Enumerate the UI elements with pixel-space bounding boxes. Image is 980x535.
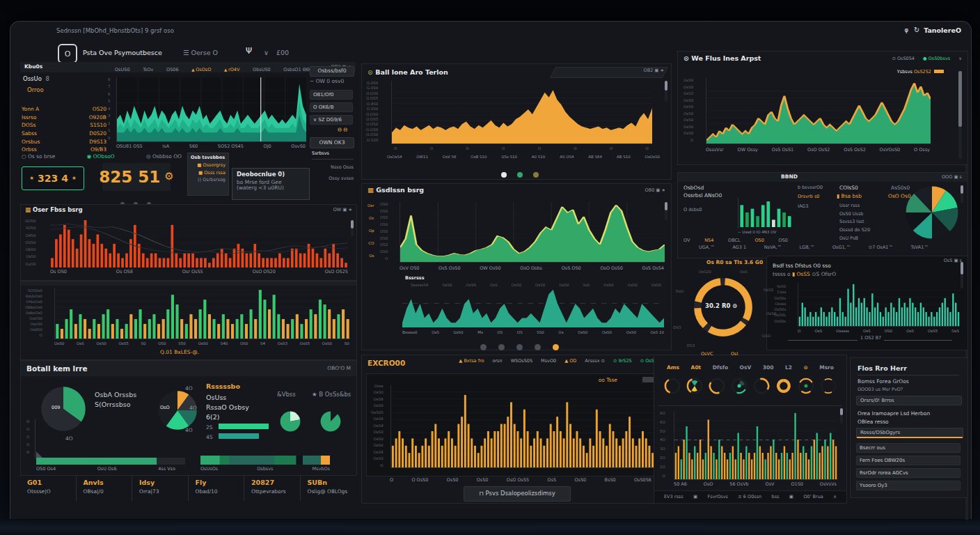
menu-item[interactable]: ⊙ 9rS2S	[613, 358, 632, 364]
menu-button[interactable]: ☰ Oerse O	[183, 49, 218, 57]
overview-tab[interactable]: rO4V	[224, 68, 239, 72]
list-box1[interactable]: Orsrs/0! Brros	[856, 396, 962, 405]
radio-option[interactable]: ○ Os so brse	[22, 154, 55, 160]
gauge[interactable]	[774, 376, 793, 396]
gauge-label[interactable]: ⊙	[803, 365, 807, 371]
detail-pieA[interactable]	[280, 411, 301, 432]
legend-entry[interactable]: ⊙ OsS0S4	[892, 56, 915, 61]
footer-item[interactable]: ▣	[789, 495, 793, 499]
green-area-chart[interactable]	[400, 202, 665, 263]
gear-icon[interactable]: ⚙	[164, 171, 173, 183]
footer-item[interactable]: ∧	[833, 495, 837, 499]
teal-badge[interactable]: OsS ▣ s	[944, 258, 962, 263]
teal-bar-chart[interactable]	[798, 283, 960, 327]
mid1-pagination[interactable]	[501, 167, 539, 180]
pin-icon[interactable]: φ	[904, 27, 908, 34]
gauge-bar-chart[interactable]	[674, 411, 837, 480]
gauge-label[interactable]: L2	[785, 365, 792, 371]
gauge-label[interactable]: 300	[763, 365, 774, 371]
bottom-stat-cell[interactable]: SUBnOslig@ O8LOgs	[300, 476, 356, 501]
list-item[interactable]: Bsecrr ous	[856, 443, 961, 453]
gauge-label[interactable]: OsV	[740, 365, 752, 371]
side-item[interactable]: Ossy svsso	[312, 176, 354, 181]
mid-panel2-badge[interactable]: OB0 ▣ ∗	[645, 188, 665, 193]
dropdown-item[interactable]: ■ Ossergrsy	[191, 163, 226, 168]
refresh-icon[interactable]: ↻	[914, 26, 919, 34]
menu-item[interactable]: Arsssx ⊙	[585, 358, 605, 364]
bbnd-mini-bars[interactable]	[739, 201, 792, 227]
menu-item[interactable]: orsn	[492, 358, 502, 364]
label[interactable]: OsG1,™	[832, 245, 851, 250]
footer-item[interactable]: EV3 rsss	[664, 495, 683, 499]
overview-tab[interactable]: OsOsO	[191, 68, 211, 72]
menu-item[interactable]: ▲ OD	[564, 358, 576, 364]
bottom-stat-cell[interactable]: IdsyOrra|73	[132, 476, 188, 501]
mid-panel1-badge[interactable]: OB2 ▣ ∗	[644, 68, 664, 73]
footer-item[interactable]: ▣	[693, 495, 697, 499]
radio-option[interactable]: ◎ Osbbso OO	[146, 154, 182, 160]
label[interactable]: LGB,™	[800, 245, 815, 250]
gauge-label[interactable]: A0t	[691, 365, 702, 371]
app-logo[interactable]: O	[58, 44, 77, 63]
footer-item[interactable]: bss	[772, 495, 780, 499]
label[interactable]: ⊙7 OsA1™	[869, 245, 893, 250]
legend-item[interactable]: Yonn AOS20	[22, 107, 106, 113]
dropdown-panel[interactable]: Osb tsvsbbos ■ Ossergrsy■ Osss rssa() Os…	[187, 153, 229, 196]
gauge[interactable]	[729, 376, 749, 396]
label[interactable]: NsVA,™	[764, 245, 782, 250]
gauge[interactable]	[796, 376, 816, 396]
gauge-label[interactable]: Msro	[819, 365, 834, 371]
overview-tab[interactable]: OS06	[166, 68, 179, 72]
orange-area-chart[interactable]	[391, 81, 652, 144]
side-item[interactable]: Nsso Osss	[312, 165, 354, 170]
footer-item[interactable]: FsvrOsvs	[708, 495, 728, 499]
overview-top-button[interactable]: Osbss/bsf0	[310, 66, 354, 77]
gauge[interactable]	[707, 376, 727, 396]
overview-button[interactable]: ∨ SZ DG9/6	[310, 115, 353, 125]
dropdown-item[interactable]: () Osrbsrsog	[191, 178, 226, 183]
stack-bar-chart[interactable]	[54, 288, 350, 339]
detail-pie1[interactable]	[40, 386, 86, 432]
overview-tab[interactable]: TsOv	[143, 68, 153, 72]
breadcrumb[interactable]: Psta Ove Psymoutbesce	[83, 49, 162, 57]
label[interactable]: TsVA1™	[911, 245, 928, 250]
bottom-stat-cell[interactable]: G01Otssse|O	[20, 476, 76, 501]
list-item[interactable]: Ysooro Oy3	[856, 481, 961, 490]
radio-option[interactable]: ◉ OObsoO	[87, 154, 115, 160]
dropdown-item[interactable]: ■ Osss rssa	[191, 171, 226, 176]
legend-item[interactable]: IssrsoO920B	[22, 115, 106, 121]
overview-tab[interactable]: ObsUS0	[253, 68, 271, 72]
bottom-stat-cell[interactable]: AnvlsOBsa|/0	[76, 476, 132, 501]
yellow-bar-chart[interactable]	[390, 385, 654, 468]
detail-pieB[interactable]	[320, 411, 341, 432]
footer-item[interactable]: ≡ 6 O0ssn	[738, 495, 761, 499]
gauge[interactable]	[685, 376, 704, 396]
teal-sub-area-chart[interactable]	[402, 288, 664, 327]
gauge[interactable]	[752, 376, 771, 396]
legend-item[interactable]: OrbssO9/B3	[22, 147, 106, 153]
bottom-stat-cell[interactable]: FlyObad/10	[188, 476, 244, 501]
label[interactable]: UGA,™	[699, 245, 715, 250]
overview-dots[interactable]: Θ Θ	[338, 127, 347, 134]
bbnd-pie[interactable]	[905, 185, 959, 240]
legend-item[interactable]: OrsbusD9S13	[22, 139, 106, 146]
overview-tab[interactable]: OsbsO1 ΘΘ	[283, 68, 310, 72]
gauge[interactable]	[819, 376, 838, 396]
red-panel-badge[interactable]: OW ▣ ∗	[333, 208, 352, 212]
bottom-stat-cell[interactable]: 20827Ottpevrabors	[244, 476, 300, 501]
red-bar-chart[interactable]	[50, 219, 348, 268]
gauge-label[interactable]: Dfsfo	[713, 365, 728, 371]
green-orange-area-chart[interactable]	[706, 78, 931, 144]
gauge[interactable]	[663, 376, 682, 396]
overview-area-chart[interactable]	[116, 77, 306, 142]
overview-button[interactable]: OB1/Of0	[310, 90, 353, 100]
big-stat[interactable]: 825 51 ⚙	[102, 163, 171, 191]
excro-button[interactable]: ⊓ Psvs Dsalopeolizsdimsy	[464, 486, 571, 502]
list-input[interactable]: Rosss/OSbOgyrs	[856, 428, 963, 438]
label[interactable]: AG3 1	[732, 245, 746, 250]
menu-item[interactable]: WSOsS0S	[511, 358, 532, 364]
mid2-pagination[interactable]	[480, 340, 559, 353]
detail-badge[interactable]: OBO'O M	[327, 366, 351, 372]
menu-item[interactable]: ▲ Bxtsa fro	[459, 358, 484, 364]
mic-icon[interactable]: Ψ	[246, 47, 252, 56]
